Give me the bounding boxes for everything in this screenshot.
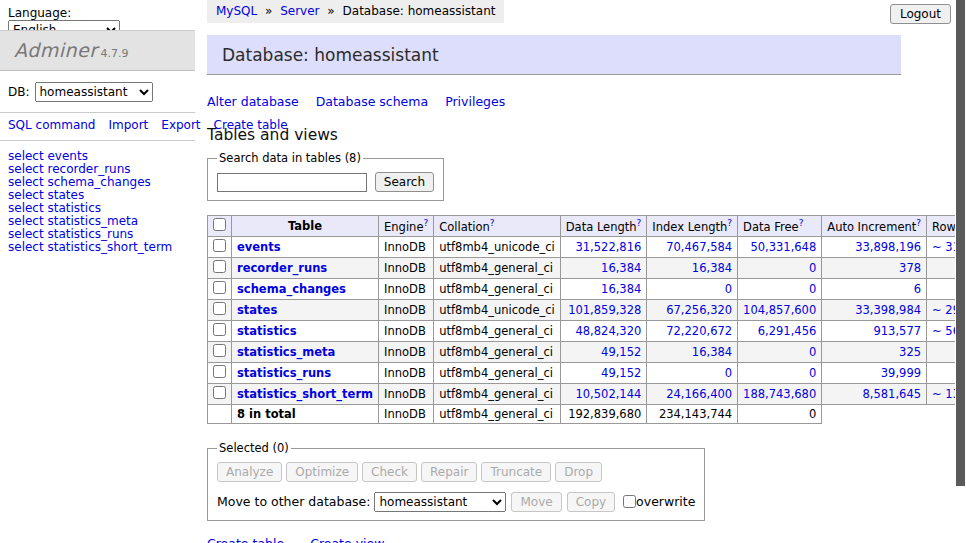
table-link[interactable]: statistics_meta	[47, 214, 138, 228]
table-link[interactable]: schema_changes	[47, 175, 150, 189]
data_length-value-link[interactable]: 16,384	[601, 261, 641, 275]
table-name-link[interactable]: events	[237, 240, 281, 254]
row-checkbox[interactable]	[213, 281, 226, 294]
repair-button[interactable]: Repair	[421, 462, 477, 482]
column-help-link[interactable]: ?	[490, 218, 495, 228]
data_length-value-link[interactable]: 10,502,144	[575, 387, 641, 401]
data_free-value-link[interactable]: 104,857,600	[743, 303, 816, 317]
drop-button[interactable]: Drop	[555, 462, 602, 482]
logout-button[interactable]: Logout	[890, 4, 951, 24]
data_length-value-link[interactable]: 16,384	[601, 282, 641, 296]
index_length-value-link[interactable]: 16,384	[692, 261, 732, 275]
create-link[interactable]: Create view	[310, 536, 384, 543]
truncate-button[interactable]: Truncate	[481, 462, 551, 482]
data_free-value-link[interactable]: 188,743,680	[743, 387, 816, 401]
table-link[interactable]: statistics	[47, 201, 101, 215]
select-link[interactable]: select	[8, 201, 44, 215]
select-link[interactable]: select	[8, 162, 44, 176]
index_length-value-link[interactable]: 72,220,672	[666, 324, 732, 338]
sidebar-action-link[interactable]: SQL command	[8, 118, 95, 132]
sidebar-action-link[interactable]: Export	[161, 118, 200, 132]
index_length-value-link[interactable]: 0	[725, 282, 732, 296]
index_length-value-link[interactable]: 67,256,320	[666, 303, 732, 317]
table-name-link[interactable]: recorder_runs	[237, 261, 327, 275]
breadcrumb-link[interactable]: MySQL	[216, 4, 257, 18]
index_length-value-link[interactable]: 70,467,584	[666, 240, 732, 254]
data_free-value-link[interactable]: 50,331,648	[750, 240, 816, 254]
table-name-link[interactable]: statistics_runs	[237, 366, 331, 380]
auto_increment-value-link[interactable]: 913,577	[873, 324, 921, 338]
data_free-value-link[interactable]: 0	[809, 261, 816, 275]
row-checkbox[interactable]	[213, 386, 226, 399]
table-link[interactable]: states	[47, 188, 84, 202]
index_length-value-link[interactable]: 16,384	[692, 345, 732, 359]
select-all-checkbox[interactable]	[213, 218, 226, 231]
db-select[interactable]: homeassistant	[35, 82, 153, 102]
optimize-button[interactable]: Optimize	[286, 462, 358, 482]
column-help-link[interactable]: ?	[799, 218, 804, 228]
create-link[interactable]: Create table	[207, 536, 284, 543]
db-label: DB:	[8, 85, 30, 99]
data_length-value-link[interactable]: 49,152	[601, 345, 641, 359]
row-checkbox[interactable]	[213, 260, 226, 273]
select-link[interactable]: select	[8, 240, 44, 254]
data_length-value-link[interactable]: 31,522,816	[575, 240, 641, 254]
auto_increment-value-link[interactable]: 6	[914, 282, 921, 296]
analyze-button[interactable]: Analyze	[217, 462, 282, 482]
scrollbar-track[interactable]	[955, 0, 966, 543]
auto_increment-value-link[interactable]: 378	[899, 261, 921, 275]
auto_increment-value-link[interactable]: 325	[899, 345, 921, 359]
move-button[interactable]: Move	[511, 492, 561, 512]
table-name-link[interactable]: statistics_meta	[237, 345, 335, 359]
select-link[interactable]: select	[8, 214, 44, 228]
table-link[interactable]: events	[47, 149, 87, 163]
select-link[interactable]: select	[8, 227, 44, 241]
table-link[interactable]: recorder_runs	[47, 162, 130, 176]
tables-table-header: TableEngine?Collation?Data Length?Index …	[208, 216, 966, 237]
select-link[interactable]: select	[8, 188, 44, 202]
table-name-link[interactable]: statistics	[237, 324, 297, 338]
move-db-select[interactable]: homeassistant	[374, 492, 506, 512]
row-checkbox[interactable]	[213, 365, 226, 378]
row-checkbox[interactable]	[213, 239, 226, 252]
select-link[interactable]: select	[8, 149, 44, 163]
table-link[interactable]: statistics_short_term	[47, 240, 172, 254]
nav-link[interactable]: Privileges	[445, 94, 505, 109]
row-checkbox[interactable]	[213, 323, 226, 336]
breadcrumb-link[interactable]: Server	[280, 4, 319, 18]
column-help-link[interactable]: ?	[727, 218, 732, 228]
sidebar-action-link[interactable]: Import	[108, 118, 148, 132]
auto_increment-value-link[interactable]: 8,581,645	[863, 387, 922, 401]
check-button[interactable]: Check	[362, 462, 417, 482]
auto_increment-value-link[interactable]: 39,999	[881, 366, 921, 380]
index_length-value-link[interactable]: 24,166,400	[666, 387, 732, 401]
scrollbar-thumb[interactable]	[956, 0, 965, 486]
copy-button[interactable]: Copy	[567, 492, 615, 512]
search-button[interactable]: Search	[375, 172, 434, 192]
table-name-link[interactable]: schema_changes	[237, 282, 346, 296]
data_length-value-link[interactable]: 101,859,328	[568, 303, 641, 317]
column-help-link[interactable]: ?	[916, 218, 921, 228]
table-name-link[interactable]: statistics_short_term	[237, 387, 373, 401]
nav-link[interactable]: Database schema	[316, 94, 428, 109]
auto_increment-value-link[interactable]: 33,898,196	[855, 240, 921, 254]
table-name-link[interactable]: states	[237, 303, 277, 317]
column-help-link[interactable]: ?	[637, 218, 642, 228]
adminer-logo[interactable]: Adminer	[14, 39, 98, 61]
overwrite-checkbox[interactable]	[623, 495, 636, 508]
select-link[interactable]: select	[8, 175, 44, 189]
data_free-value-link[interactable]: 6,291,456	[758, 324, 817, 338]
data_free-value-link[interactable]: 0	[809, 366, 816, 380]
data_free-value-link[interactable]: 0	[809, 345, 816, 359]
row-checkbox[interactable]	[213, 302, 226, 315]
row-checkbox[interactable]	[213, 344, 226, 357]
index_length-value-link[interactable]: 0	[725, 366, 732, 380]
auto_increment-value-link[interactable]: 33,398,984	[855, 303, 921, 317]
table-link[interactable]: statistics_runs	[47, 227, 133, 241]
data_length-value-link[interactable]: 49,152	[601, 366, 641, 380]
column-help-link[interactable]: ?	[423, 218, 428, 228]
search-input[interactable]	[217, 173, 367, 192]
data_free-value-link[interactable]: 0	[809, 282, 816, 296]
data_length-value-link[interactable]: 48,824,320	[575, 324, 641, 338]
nav-link[interactable]: Alter database	[207, 94, 299, 109]
